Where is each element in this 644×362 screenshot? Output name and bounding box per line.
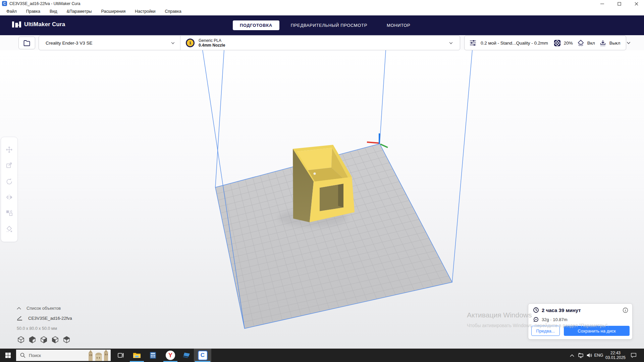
adhesion-icon (599, 40, 606, 47)
material-usage-estimate: 32g · 10.87m (542, 317, 568, 322)
printer-name: Creality Ender-3 V3 SE (46, 41, 93, 46)
laptop-app-button[interactable] (178, 349, 195, 362)
explorer-icon (133, 352, 141, 359)
chevron-up-icon (17, 307, 21, 310)
cura-icon: C (198, 351, 208, 360)
printer-selector[interactable]: Creality Ender-3 V3 SE (39, 36, 180, 50)
cube-3d-icon (17, 336, 25, 344)
profile-sliders-icon (469, 39, 477, 47)
search-icon (20, 353, 25, 358)
task-view-button[interactable] (113, 349, 129, 362)
menu-file[interactable]: Файл (5, 8, 18, 14)
network-tray-button[interactable] (576, 349, 585, 362)
save-to-disk-button[interactable]: Сохранить на диск (564, 326, 630, 336)
camera-view-buttons (17, 336, 104, 344)
view-front-button[interactable] (28, 336, 36, 344)
material-name: Generic PLA (199, 38, 225, 43)
minimize-button[interactable] (594, 0, 610, 7)
machine-material-bar: Creality Ender-3 V3 SE 1 Generic PLA 0.4… (39, 36, 460, 50)
windows-logo-icon (5, 353, 11, 358)
menu-bar: Файл Правка Вид &Параметры Расширения На… (0, 7, 644, 15)
calculator-button[interactable] (145, 349, 161, 362)
tab-preview[interactable]: ПРЕДВАРИТЕЛЬНЫЙ ПРОСМОТР (291, 23, 367, 28)
move-icon (5, 146, 13, 154)
cura-app-icon: C (2, 1, 7, 6)
view-3d-button[interactable] (17, 336, 25, 344)
viewport: Список объектов CE3V3SE_ad16-22fva 50.0 … (0, 50, 644, 349)
preview-button[interactable]: Предва... (531, 326, 560, 336)
menu-extensions[interactable]: Расширения (100, 8, 127, 14)
volume-tray-button[interactable] (585, 349, 594, 362)
move-tool-button[interactable] (3, 144, 15, 156)
infill-value: 20% (564, 41, 573, 46)
title-bar: C CE3V3SE_ad16-22fva - UltiMaker Cura (0, 0, 644, 7)
view-top-button[interactable] (62, 336, 70, 344)
clock-icon (533, 307, 539, 313)
chevron-down-icon (626, 41, 631, 45)
window-title: CE3V3SE_ad16-22fva - UltiMaker Cura (9, 1, 80, 6)
app-name: UltiMaker Cura (24, 21, 65, 28)
view-left-button[interactable] (51, 336, 59, 344)
menu-view[interactable]: Вид (48, 8, 59, 14)
print-time-estimate: 2 часа 39 минут (542, 307, 581, 313)
material-selector[interactable]: 1 Generic PLA 0.4mm Nozzle (180, 36, 460, 50)
tab-monitor[interactable]: МОНИТОР (387, 23, 410, 28)
cube-left-icon (51, 336, 59, 344)
per-model-settings-icon (5, 209, 13, 217)
menu-preferences[interactable]: Настройки (133, 8, 157, 14)
open-file-button[interactable] (18, 37, 35, 49)
mirror-tool-button[interactable] (3, 191, 15, 203)
object-list-item[interactable]: CE3V3SE_ad16-22fva (17, 316, 104, 321)
folder-icon (23, 39, 31, 47)
menu-settings[interactable]: &Параметры (65, 8, 93, 14)
support-blocker-button[interactable] (3, 223, 15, 235)
yandex-browser-button[interactable]: Y (162, 349, 178, 362)
clock-indicator[interactable]: 22:43 03.01.2025 (604, 349, 627, 362)
support-icon (577, 40, 584, 47)
menu-edit[interactable]: Правка (25, 8, 42, 14)
nozzle-size: 0.4mm Nozzle (199, 43, 225, 48)
infill-icon (554, 40, 561, 47)
cube-top-icon (63, 336, 70, 344)
tool-panel (1, 137, 18, 242)
rotate-tool-button[interactable] (3, 175, 15, 187)
scale-tool-button[interactable] (3, 160, 15, 172)
chevron-down-icon (449, 41, 453, 45)
print-job-panel: 2 часа 39 минут 32g · 10.87m Предва... С… (528, 303, 633, 340)
object-list-title: Список объектов (26, 306, 61, 311)
yandex-icon: Y (166, 351, 175, 360)
notification-center-button[interactable] (629, 349, 639, 362)
object-list-header[interactable]: Список объектов (17, 306, 104, 311)
tray-chevron-icon (570, 354, 574, 357)
scale-icon (5, 162, 13, 169)
maximize-button[interactable] (611, 0, 627, 7)
view-right-button[interactable] (40, 336, 48, 344)
spool-icon (533, 317, 539, 322)
info-icon[interactable] (623, 307, 628, 314)
menu-help[interactable]: Справка (164, 8, 183, 14)
ultimaker-logo: UltiMaker Cura (12, 21, 65, 28)
close-button[interactable] (629, 0, 644, 7)
object-file-name: CE3V3SE_ad16-22fva (28, 316, 72, 321)
laptop-icon (182, 352, 191, 359)
per-model-settings-button[interactable] (3, 207, 15, 219)
object-list: Список объектов CE3V3SE_ad16-22fva 50.0 … (17, 306, 104, 344)
language-indicator[interactable]: ENG (593, 349, 604, 362)
configuration-bar: Creality Ender-3 V3 SE 1 Generic PLA 0.4… (0, 35, 644, 50)
tab-prepare[interactable]: ПОДГОТОВКА (233, 20, 279, 30)
file-explorer-button[interactable] (129, 349, 145, 362)
search-input[interactable]: Поиск (16, 350, 111, 361)
start-button[interactable] (0, 349, 16, 362)
profile-summary: 0.2 мой - Stand...Quality - 0.2mm (481, 41, 548, 46)
speaker-icon (586, 353, 592, 358)
tray-chevron-button[interactable] (568, 349, 576, 362)
task-view-icon (117, 352, 124, 359)
tray-date: 03.01.2025 (605, 355, 626, 360)
ultimaker-mark-icon (12, 21, 21, 27)
print-settings-bar[interactable]: 0.2 мой - Stand...Quality - 0.2mm 20% Вк… (464, 36, 626, 50)
app-header: UltiMaker Cura ПОДГОТОВКА ПРЕДВАРИТЕЛЬНЫ… (0, 15, 644, 35)
support-value: Вкл (587, 41, 595, 46)
network-icon (578, 353, 584, 358)
adhesion-value: Выкл (609, 41, 621, 46)
cura-taskbar-button[interactable]: C (194, 349, 211, 362)
